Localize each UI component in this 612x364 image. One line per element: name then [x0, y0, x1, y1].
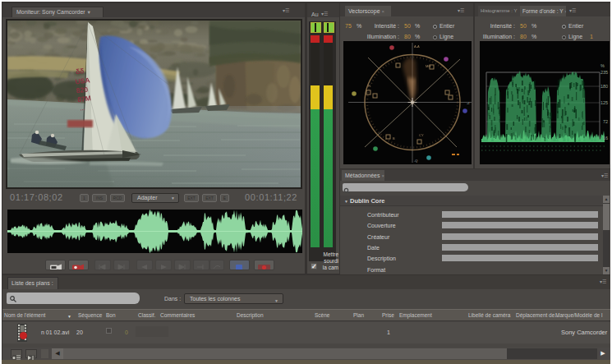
- svg-text:R: R: [368, 84, 370, 88]
- svg-text:CY: CY: [419, 133, 424, 137]
- svg-text:-Q: -Q: [414, 159, 417, 163]
- svg-text:B: B: [393, 136, 395, 141]
- svg-text:72: 72: [603, 119, 608, 124]
- svg-text:180: 180: [600, 84, 608, 89]
- svg-text:%: %: [600, 63, 605, 68]
- svg-text:+I: +I: [467, 101, 469, 105]
- svg-text:···: ···: [81, 107, 86, 113]
- svg-text:125: 125: [600, 100, 608, 105]
- svg-text:235: 235: [600, 70, 608, 75]
- svg-text:820: 820: [76, 85, 89, 95]
- svg-text:16: 16: [603, 136, 608, 141]
- svg-text:A-A: A-A: [414, 44, 420, 48]
- svg-text:MG: MG: [426, 64, 430, 68]
